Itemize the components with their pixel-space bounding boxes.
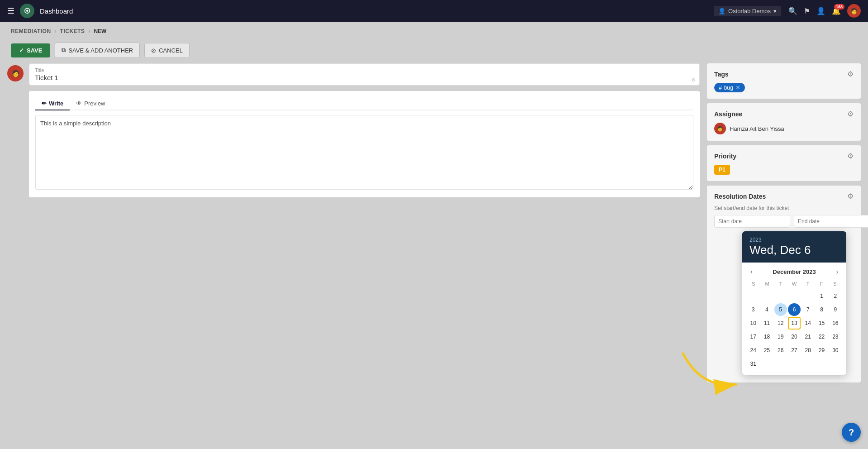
resolution-title: Resolution Dates — [714, 193, 766, 200]
calendar-day-24[interactable]: 24 — [747, 344, 759, 357]
check-icon: ✓ — [19, 47, 24, 54]
calendar-day-12[interactable]: 12 — [774, 317, 787, 330]
form-user-avatar: 🧑 — [7, 65, 24, 81]
calendar-empty-cell-0 — [747, 290, 759, 302]
save-add-another-button[interactable]: ⧉ SAVE & ADD ANOTHER — [55, 43, 140, 58]
calendar-prev-button[interactable]: ‹ — [748, 267, 755, 276]
calendar-day-9[interactable]: 9 — [829, 303, 842, 316]
notification-badge: 188 — [834, 4, 844, 10]
tag-label: bug — [724, 85, 733, 91]
calendar-day-1[interactable]: 1 — [816, 290, 828, 302]
calendar-empty-cell-2 — [774, 290, 787, 302]
assignee-row: 🧑 Hamza Ait Ben Yissa — [714, 123, 854, 134]
end-date-input[interactable] — [794, 215, 868, 228]
start-date-input[interactable] — [714, 215, 790, 228]
tags-settings-icon[interactable]: ⚙ — [847, 70, 854, 78]
calendar-day-5[interactable]: 5 — [774, 303, 787, 316]
help-button[interactable]: ? — [842, 423, 861, 442]
calendar-day-16[interactable]: 16 — [829, 317, 842, 330]
calendar-day-10[interactable]: 10 — [747, 317, 759, 330]
bell-icon[interactable]: 🔔 188 — [832, 7, 841, 15]
breadcrumb-tickets[interactable]: TICKETS — [60, 28, 85, 34]
calendar-day-4[interactable]: 4 — [760, 303, 773, 316]
calendar-day-8[interactable]: 8 — [816, 303, 828, 316]
calendar-day-11[interactable]: 11 — [760, 317, 773, 330]
save-button[interactable]: ✓ SAVE — [11, 43, 50, 57]
weekday-s2: S — [828, 280, 842, 288]
calendar-day-31[interactable]: 31 — [747, 358, 759, 370]
calendar-day-25[interactable]: 25 — [760, 344, 773, 357]
calendar-weekdays: S M T W T F S — [747, 280, 842, 288]
assignee-name: Hamza Ait Ben Yissa — [730, 125, 784, 132]
calendar-empty-cell-1 — [760, 290, 773, 302]
calendar-popup: 2023 Wed, Dec 6 ‹ December 2023 › S M T — [742, 231, 846, 375]
calendar-day-21[interactable]: 21 — [802, 330, 814, 343]
calendar-empty-cell-4 — [802, 290, 814, 302]
tab-write[interactable]: ✏ Write — [35, 97, 70, 110]
description-textarea[interactable]: This is a simple description — [35, 115, 693, 190]
calendar-day-15[interactable]: 15 — [816, 317, 828, 330]
calendar-day-28[interactable]: 28 — [802, 344, 814, 357]
org-selector[interactable]: 👤 Ostorlab Demos ▾ — [714, 6, 781, 16]
calendar-day-26[interactable]: 26 — [774, 344, 787, 357]
weekday-t1: T — [774, 280, 787, 288]
tab-preview[interactable]: 👁 Preview — [70, 97, 111, 110]
flag-icon[interactable]: ⚑ — [804, 7, 810, 15]
calendar-day-3[interactable]: 3 — [747, 303, 759, 316]
calendar-day-19[interactable]: 19 — [774, 330, 787, 343]
weekday-f: F — [815, 280, 828, 288]
org-icon: 👤 — [718, 8, 726, 14]
pencil-icon: ✏ — [42, 100, 47, 107]
search-icon[interactable]: 🔍 — [788, 7, 797, 15]
calendar-navigation: ‹ December 2023 › — [742, 263, 846, 278]
toolbar: ✓ SAVE ⧉ SAVE & ADD ANOTHER ⊘ CANCEL — [0, 39, 868, 63]
weekday-w: W — [787, 280, 801, 288]
assignee-title: Assignee — [714, 110, 742, 118]
priority-settings-icon[interactable]: ⚙ — [847, 152, 854, 160]
copy-icon: ⧉ — [62, 47, 66, 54]
title-label: Title — [35, 67, 694, 73]
calendar-day-20[interactable]: 20 — [788, 330, 801, 343]
menu-icon[interactable]: ☰ — [7, 6, 14, 16]
tags-section: Tags ⚙ # bug ✕ — [707, 63, 861, 99]
resolution-settings-icon[interactable]: ⚙ — [847, 192, 854, 201]
calendar-day-30[interactable]: 30 — [829, 344, 842, 357]
assignee-section: Assignee ⚙ 🧑 Hamza Ait Ben Yissa — [707, 103, 861, 141]
calendar-day-7[interactable]: 7 — [802, 303, 814, 316]
date-inputs — [714, 215, 854, 228]
user-avatar[interactable]: 🧑 — [847, 4, 861, 18]
priority-section: Priority ⚙ P1 — [707, 145, 861, 181]
calendar-day-18[interactable]: 18 — [760, 330, 773, 343]
arrow-annotation — [674, 344, 746, 399]
title-char-count: 8 — [692, 77, 695, 82]
calendar-month-label: December 2023 — [773, 268, 816, 275]
left-panel: 🧑 Title 8 ✏ Write 👁 — [7, 63, 700, 449]
user-card-icon[interactable]: 👤 — [816, 7, 825, 15]
breadcrumb-sep-2: › — [88, 28, 90, 34]
calendar-day-23[interactable]: 23 — [829, 330, 842, 343]
calendar-next-button[interactable]: › — [833, 267, 841, 276]
breadcrumb-remediation[interactable]: REMEDIATION — [11, 28, 51, 34]
cancel-icon: ⊘ — [151, 47, 156, 54]
calendar-day-22[interactable]: 22 — [816, 330, 828, 343]
calendar-day-13[interactable]: 13 — [788, 317, 801, 330]
breadcrumb-new: NEW — [94, 28, 106, 34]
calendar-day-6[interactable]: 6 — [788, 303, 801, 316]
calendar-empty-cell-3 — [788, 290, 801, 302]
calendar-day-27[interactable]: 27 — [788, 344, 801, 357]
resolution-subtitle: Set start/end date for this ticket — [714, 205, 854, 211]
assignee-settings-icon[interactable]: ⚙ — [847, 110, 854, 118]
calendar-day-2[interactable]: 2 — [829, 290, 842, 302]
calendar-day-17[interactable]: 17 — [747, 330, 759, 343]
tag-close-icon[interactable]: ✕ — [735, 84, 740, 91]
tags-list: # bug ✕ — [714, 83, 854, 92]
title-input[interactable] — [35, 74, 694, 81]
title-field-wrap: Title 8 — [29, 64, 699, 85]
calendar-day-14[interactable]: 14 — [802, 317, 814, 330]
calendar-days: 1234567891011121314151617181920212223242… — [747, 290, 842, 370]
tags-title: Tags — [714, 71, 729, 78]
assignee-avatar: 🧑 — [714, 123, 726, 134]
calendar-day-29[interactable]: 29 — [816, 344, 828, 357]
cancel-button[interactable]: ⊘ CANCEL — [144, 43, 190, 58]
breadcrumb: REMEDIATION › TICKETS › NEW — [0, 22, 868, 39]
